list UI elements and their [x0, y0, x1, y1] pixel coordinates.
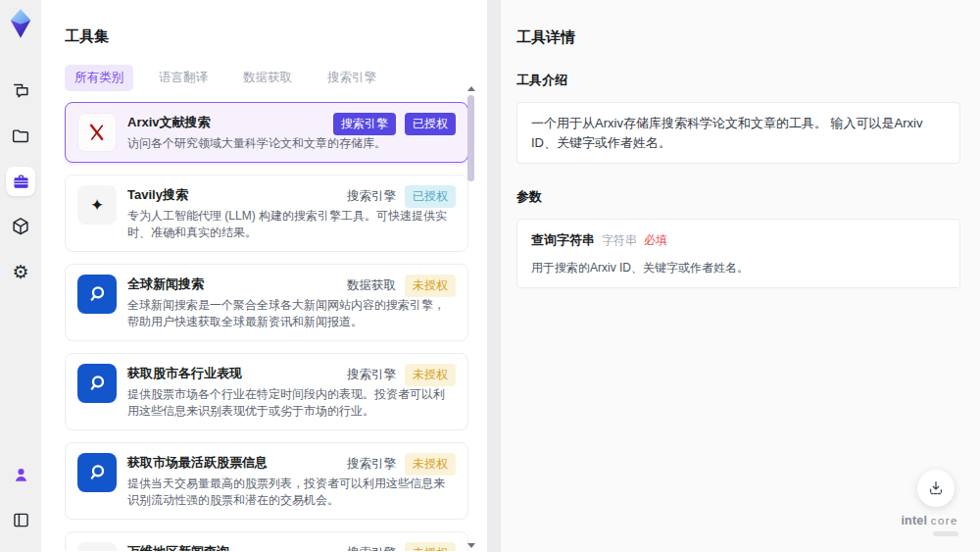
left-rail: ⚙ — [0, 0, 41, 552]
tool-category-badge: 搜索引擎 — [347, 188, 396, 205]
tool-description: 专为人工智能代理 (LLM) 构建的搜索引擎工具。可快速提供实时、准确和真实的结… — [127, 208, 456, 241]
tool-auth-badge: 未授权 — [405, 453, 456, 476]
chat-icon[interactable] — [6, 76, 35, 106]
tool-auth-badge: 未授权 — [405, 275, 456, 297]
scrollbar-thumb[interactable] — [467, 95, 474, 181]
param-head: 查询字符串 字符串 必填 — [531, 230, 946, 250]
tool-description: 提供当天交易量最高的股票列表，投资者可以利用这些信息来识别流动性强的股票和潜在的… — [127, 476, 456, 509]
category-tab-label: 搜索引擎 — [327, 71, 376, 84]
category-tab-1[interactable]: 语言翻译 — [149, 65, 218, 91]
category-tab-label: 数据获取 — [243, 71, 292, 84]
scrollbar-up-arrow[interactable] — [467, 86, 475, 91]
building-icon — [77, 542, 117, 551]
tool-card-0[interactable]: Arxiv文献搜索 访问各个研究领域大量科学论文和文章的存储库。 搜索引擎 已授… — [65, 102, 468, 163]
tool-badges: 搜索引擎 未授权 — [347, 542, 456, 551]
list-scrollbar[interactable] — [466, 86, 475, 548]
intro-heading: 工具介绍 — [516, 72, 960, 89]
tool-badges: 搜索引擎 已授权 — [347, 185, 456, 208]
tool-category-badge: 搜索引擎 — [347, 367, 396, 383]
intel-core-logo: intel core — [901, 515, 958, 536]
sparkle-icon: ✦ — [77, 185, 117, 225]
panel-toggle-icon[interactable] — [6, 505, 35, 534]
tool-badges: 数据获取 未授权 — [347, 275, 456, 297]
param-required-badge: 必填 — [644, 231, 667, 249]
scrollbar-down-arrow[interactable] — [467, 543, 475, 548]
tool-badges: 搜索引擎 未授权 — [347, 453, 456, 476]
param-type: 字符串 — [602, 231, 637, 249]
globe-search-icon — [77, 453, 117, 492]
tool-auth-badge: 已授权 — [405, 113, 456, 135]
download-icon — [926, 478, 946, 498]
category-tab-3[interactable]: 搜索引擎 — [318, 65, 386, 91]
category-tab-label: 所有类别 — [74, 71, 123, 84]
tool-category-badge: 搜索引擎 — [347, 545, 396, 551]
tool-card-5[interactable]: 万维地区新闻查询 查询具体行政区划内的新闻，快速了解各地新闻动 搜索引擎 未授权 — [65, 531, 468, 551]
tool-card-3[interactable]: 获取股市各行业表现 提供股票市场各个行业在特定时间段内的表现。投资者可以利用这些… — [65, 353, 468, 430]
tool-description: 全球新闻搜索是一个聚合全球各大新闻网站内容的搜索引擎，帮助用户快速获取全球最新资… — [127, 297, 456, 330]
param-box: 查询字符串 字符串 必填 用于搜索的Arxiv ID、关键字或作者姓名。 — [516, 219, 960, 288]
param-description: 用于搜索的Arxiv ID、关键字或作者姓名。 — [531, 259, 946, 276]
category-tab-2[interactable]: 数据获取 — [233, 65, 302, 91]
globe-search-icon — [77, 364, 117, 403]
tool-badges: 搜索引擎 未授权 — [347, 364, 456, 386]
tool-card-2[interactable]: 全球新闻搜索 全球新闻搜索是一个聚合全球各大新闻网站内容的搜索引擎，帮助用户快速… — [65, 264, 468, 341]
tool-description: 访问各个研究领域大量科学论文和文章的存储库。 — [127, 135, 456, 152]
tool-auth-badge: 未授权 — [405, 542, 456, 551]
intro-box: 一个用于从Arxiv存储库搜索科学论文和文章的工具。 输入可以是Arxiv ID… — [516, 102, 960, 164]
category-tabs: 所有类别 语言翻译 数据获取 搜索引擎 — [65, 65, 487, 91]
brand-core: core — [931, 515, 958, 527]
app-logo[interactable] — [7, 8, 34, 39]
param-name: 查询字符串 — [531, 230, 595, 250]
user-icon[interactable] — [6, 460, 35, 489]
tool-badges: 搜索引擎 已授权 — [333, 113, 456, 135]
params-heading: 参数 — [516, 188, 960, 206]
app-window: { "sidebar": { "logo": "app-logo", "nav"… — [0, 0, 980, 552]
category-tab-0[interactable]: 所有类别 — [65, 65, 133, 91]
tool-list: Arxiv文献搜索 访问各个研究领域大量科学论文和文章的存储库。 搜索引擎 已授… — [65, 102, 468, 551]
tool-category-badge: 搜索引擎 — [333, 113, 396, 135]
tool-auth-badge: 已授权 — [405, 185, 456, 208]
brand-subscript-bar — [933, 531, 958, 536]
brand-intel: intel — [901, 514, 927, 527]
gear-icon[interactable]: ⚙ — [6, 257, 35, 286]
tool-auth-badge: 未授权 — [405, 364, 456, 386]
detail-title: 工具详情 — [516, 28, 960, 47]
tool-category-badge: 搜索引擎 — [347, 456, 396, 473]
category-tab-label: 语言翻译 — [159, 71, 208, 84]
tool-category-badge: 数据获取 — [347, 277, 396, 294]
toolbox-icon[interactable] — [6, 167, 35, 196]
tool-card-4[interactable]: 获取市场最活跃股票信息 提供当天交易量最高的股票列表，投资者可以利用这些信息来识… — [65, 442, 468, 520]
package-icon[interactable] — [6, 212, 35, 241]
panel-divider — [487, 0, 501, 552]
download-button[interactable] — [917, 470, 955, 507]
globe-search-icon — [77, 275, 117, 314]
tool-card-1[interactable]: ✦ Tavily搜索 专为人工智能代理 (LLM) 构建的搜索引擎工具。可快速提… — [65, 175, 468, 252]
folder-icon[interactable] — [6, 122, 35, 151]
arxiv-icon — [77, 113, 117, 152]
tool-description: 提供股票市场各个行业在特定时间段内的表现。投资者可以利用这些信息来识别表现优于或… — [127, 386, 456, 420]
tools-panel: 工具集 所有类别 语言翻译 数据获取 搜索引擎 Arxiv文献搜索 访问各个研究… — [41, 0, 487, 552]
tool-detail-panel: 工具详情 工具介绍 一个用于从Arxiv存储库搜索科学论文和文章的工具。 输入可… — [501, 0, 980, 552]
tools-panel-title: 工具集 — [65, 27, 487, 46]
